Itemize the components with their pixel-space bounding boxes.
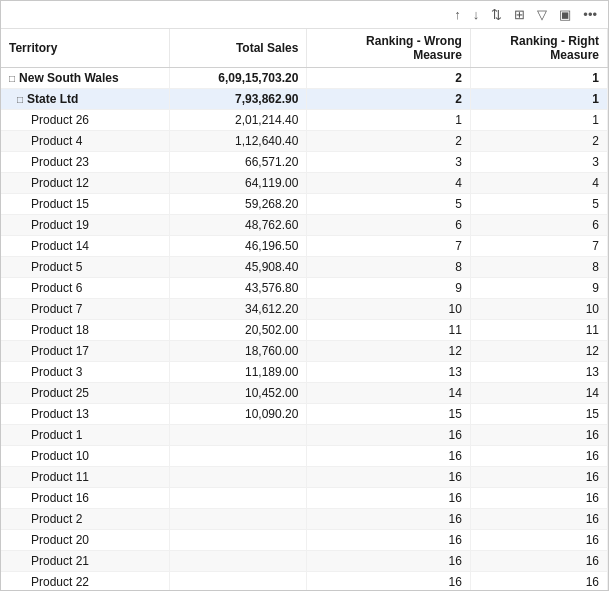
sales-cell: 34,612.20 — [170, 299, 307, 320]
wrong-rank-cell: 9 — [307, 278, 470, 299]
sort-both-icon[interactable]: ⇅ — [488, 5, 505, 24]
right-rank-cell: 3 — [470, 152, 607, 173]
expand-nsw-icon[interactable]: □ — [9, 73, 15, 84]
wrong-rank-cell: 16 — [307, 488, 470, 509]
territory-cell: Product 25 — [1, 383, 170, 404]
wrong-rank-cell: 13 — [307, 362, 470, 383]
wrong-rank-cell: 12 — [307, 341, 470, 362]
territory-cell: □State Ltd — [1, 89, 170, 110]
sales-cell — [170, 467, 307, 488]
right-rank-cell: 7 — [470, 236, 607, 257]
col-header-right[interactable]: Ranking - Right Measure — [470, 29, 607, 68]
territory-cell: Product 20 — [1, 530, 170, 551]
territory-cell: Product 18 — [1, 320, 170, 341]
col-header-wrong[interactable]: Ranking - Wrong Measure — [307, 29, 470, 68]
right-rank-cell: 11 — [470, 320, 607, 341]
right-rank-cell: 8 — [470, 257, 607, 278]
sales-cell: 20,502.00 — [170, 320, 307, 341]
wrong-rank-cell: 16 — [307, 509, 470, 530]
wrong-rank-cell: 2 — [307, 131, 470, 152]
wrong-rank-cell: 11 — [307, 320, 470, 341]
territory-cell: Product 15 — [1, 194, 170, 215]
territory-cell: Product 21 — [1, 551, 170, 572]
settings-icon[interactable]: ▣ — [556, 5, 574, 24]
right-rank-cell: 16 — [470, 446, 607, 467]
right-rank-cell: 10 — [470, 299, 607, 320]
wrong-rank-cell: 16 — [307, 551, 470, 572]
sales-cell — [170, 488, 307, 509]
wrong-rank-cell: 5 — [307, 194, 470, 215]
sales-cell: 64,119.00 — [170, 173, 307, 194]
sales-cell: 11,189.00 — [170, 362, 307, 383]
wrong-rank-cell: 15 — [307, 404, 470, 425]
wrong-rank-cell: 16 — [307, 530, 470, 551]
wrong-rank-cell: 14 — [307, 383, 470, 404]
right-rank-cell: 5 — [470, 194, 607, 215]
sales-cell: 46,196.50 — [170, 236, 307, 257]
wrong-rank-cell: 2 — [307, 89, 470, 110]
col-header-sales[interactable]: Total Sales — [170, 29, 307, 68]
territory-cell: Product 2 — [1, 509, 170, 530]
sales-cell: 10,452.00 — [170, 383, 307, 404]
right-rank-cell: 16 — [470, 425, 607, 446]
territory-cell: Product 19 — [1, 215, 170, 236]
sales-cell: 66,571.20 — [170, 152, 307, 173]
sales-cell: 59,268.20 — [170, 194, 307, 215]
sales-cell: 43,576.80 — [170, 278, 307, 299]
sales-cell: 10,090.20 — [170, 404, 307, 425]
wrong-rank-cell: 16 — [307, 425, 470, 446]
right-rank-cell: 16 — [470, 509, 607, 530]
filter-icon[interactable]: ▽ — [534, 5, 550, 24]
main-window: ↑ ↓ ⇅ ⊞ ▽ ▣ ••• Territory Total Sales Ra… — [0, 0, 609, 591]
territory-cell: □New South Wales — [1, 68, 170, 89]
territory-cell: Product 14 — [1, 236, 170, 257]
territory-cell: Product 7 — [1, 299, 170, 320]
sales-cell — [170, 530, 307, 551]
sort-asc-icon[interactable]: ↑ — [451, 5, 464, 24]
right-rank-cell: 16 — [470, 467, 607, 488]
sales-cell — [170, 446, 307, 467]
expand-state-icon[interactable]: □ — [17, 94, 23, 105]
territory-cell: Product 3 — [1, 362, 170, 383]
right-rank-cell: 6 — [470, 215, 607, 236]
sales-cell: 2,01,214.40 — [170, 110, 307, 131]
export-icon[interactable]: ⊞ — [511, 5, 528, 24]
wrong-rank-cell: 16 — [307, 446, 470, 467]
territory-cell: Product 6 — [1, 278, 170, 299]
sales-cell: 6,09,15,703.20 — [170, 68, 307, 89]
territory-cell: Product 12 — [1, 173, 170, 194]
sales-cell — [170, 509, 307, 530]
more-icon[interactable]: ••• — [580, 5, 600, 24]
sales-cell: 48,762.60 — [170, 215, 307, 236]
wrong-rank-cell: 2 — [307, 68, 470, 89]
territory-cell: Product 4 — [1, 131, 170, 152]
sort-desc-icon[interactable]: ↓ — [470, 5, 483, 24]
wrong-rank-cell: 10 — [307, 299, 470, 320]
right-rank-cell: 9 — [470, 278, 607, 299]
wrong-rank-cell: 7 — [307, 236, 470, 257]
table-container[interactable]: Territory Total Sales Ranking - Wrong Me… — [1, 29, 608, 590]
right-rank-cell: 1 — [470, 89, 607, 110]
wrong-rank-cell: 16 — [307, 467, 470, 488]
territory-cell: Product 13 — [1, 404, 170, 425]
wrong-rank-cell: 16 — [307, 572, 470, 591]
wrong-rank-cell: 4 — [307, 173, 470, 194]
right-rank-cell: 16 — [470, 488, 607, 509]
sales-cell — [170, 572, 307, 591]
right-rank-cell: 15 — [470, 404, 607, 425]
territory-cell: Product 1 — [1, 425, 170, 446]
right-rank-cell: 16 — [470, 551, 607, 572]
right-rank-cell: 2 — [470, 131, 607, 152]
territory-cell: Product 10 — [1, 446, 170, 467]
col-header-territory[interactable]: Territory — [1, 29, 170, 68]
sales-cell: 7,93,862.90 — [170, 89, 307, 110]
territory-cell: Product 22 — [1, 572, 170, 591]
territory-cell: Product 17 — [1, 341, 170, 362]
sales-cell: 1,12,640.40 — [170, 131, 307, 152]
right-rank-cell: 1 — [470, 68, 607, 89]
right-rank-cell: 12 — [470, 341, 607, 362]
right-rank-cell: 16 — [470, 572, 607, 591]
territory-cell: Product 26 — [1, 110, 170, 131]
territory-cell: Product 16 — [1, 488, 170, 509]
sales-cell — [170, 425, 307, 446]
